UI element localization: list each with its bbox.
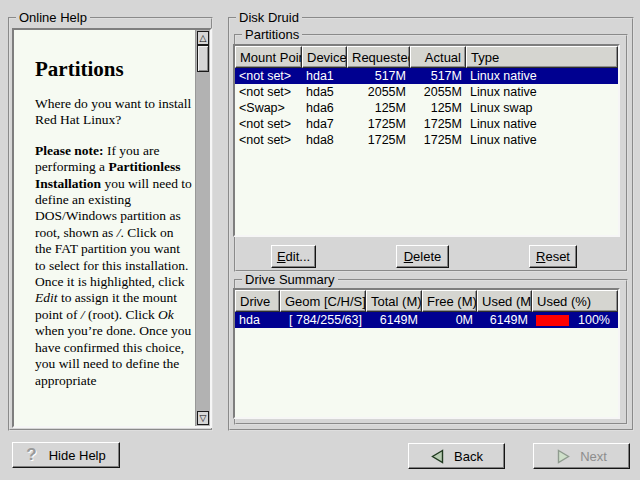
requested-cell: 125M bbox=[347, 101, 410, 115]
edit-button-label: Edit... bbox=[277, 249, 310, 264]
requested-cell: 1725M bbox=[347, 117, 410, 131]
total-cell: 6149M bbox=[366, 313, 422, 327]
requested-cell: 517M bbox=[347, 69, 410, 83]
column-header-geom[interactable]: Geom [C/H/S] bbox=[280, 290, 366, 312]
column-header-free[interactable]: Free (M) bbox=[422, 290, 477, 312]
help-scrollbar[interactable]: △ ▽ bbox=[195, 30, 210, 426]
scroll-up-icon[interactable]: △ bbox=[197, 31, 209, 45]
online-help-frame: Online Help Partitions Where do you want… bbox=[8, 17, 213, 431]
next-arrow-icon bbox=[556, 449, 571, 464]
partitions-frame-label: Partitions bbox=[242, 27, 302, 42]
back-button-label: Back bbox=[454, 449, 483, 464]
delete-button-label: Delete bbox=[404, 249, 442, 264]
mount-point-cell: <not set> bbox=[235, 117, 302, 131]
help-intro: Where do you want to install Red Hat Lin… bbox=[35, 96, 192, 129]
next-button[interactable]: Next bbox=[533, 443, 630, 469]
column-header-mount-point[interactable]: Mount Point bbox=[235, 46, 302, 68]
type-cell: Linux native bbox=[466, 133, 618, 147]
scroll-down-icon[interactable]: ▽ bbox=[197, 411, 209, 425]
delete-button[interactable]: Delete bbox=[396, 245, 449, 268]
help-note-segment: (root). Click bbox=[85, 307, 159, 322]
drive-summary-table-body: hda [ 784/255/63] 6149M 0M 6149M 100% bbox=[235, 312, 618, 417]
type-cell: Linux native bbox=[466, 117, 618, 131]
disk-druid-frame-label: Disk Druid bbox=[236, 10, 302, 25]
partition-row[interactable]: <Swap> hda6 125M 125M Linux swap bbox=[235, 100, 618, 116]
actual-cell: 2055M bbox=[410, 85, 466, 99]
installer-window: { "colors": { "background": "#d6d6d6", "… bbox=[0, 0, 640, 480]
device-cell: hda5 bbox=[302, 85, 347, 99]
help-note-segment: Edit bbox=[35, 290, 58, 305]
hide-help-button-label: Hide Help bbox=[49, 448, 106, 463]
mount-point-cell: <Swap> bbox=[235, 101, 302, 115]
hide-help-button[interactable]: ? Hide Help bbox=[12, 442, 120, 468]
actual-cell: 1725M bbox=[410, 133, 466, 147]
mount-point-cell: <not set> bbox=[235, 85, 302, 99]
drive-row[interactable]: hda [ 784/255/63] 6149M 0M 6149M 100% bbox=[235, 312, 618, 328]
column-header-device[interactable]: Device bbox=[302, 46, 347, 68]
used-m-cell: 6149M bbox=[477, 313, 532, 327]
partition-row[interactable]: <not set> hda5 2055M 2055M Linux native bbox=[235, 84, 618, 100]
partition-row[interactable]: <not set> hda7 1725M 1725M Linux native bbox=[235, 116, 618, 132]
back-button[interactable]: Back bbox=[408, 443, 505, 469]
column-header-type[interactable]: Type bbox=[466, 46, 618, 68]
used-pct-cell: 100% bbox=[532, 313, 618, 327]
drive-summary-frame-label: Drive Summary bbox=[242, 272, 338, 287]
column-header-drive[interactable]: Drive bbox=[235, 290, 280, 312]
help-title: Partitions bbox=[35, 57, 192, 81]
help-note-segment: Please note: bbox=[35, 143, 104, 158]
mount-point-cell: <not set> bbox=[235, 133, 302, 147]
type-cell: Linux native bbox=[466, 69, 618, 83]
actual-cell: 517M bbox=[410, 69, 466, 83]
free-cell: 0M bbox=[422, 313, 477, 327]
edit-button[interactable]: Edit... bbox=[271, 245, 316, 268]
device-cell: hda1 bbox=[302, 69, 347, 83]
help-text-content: Partitions Where do you want to install … bbox=[14, 30, 195, 426]
drive-cell: hda bbox=[235, 313, 280, 327]
scrollbar-thumb[interactable] bbox=[197, 45, 209, 72]
help-text-panel: Partitions Where do you want to install … bbox=[12, 28, 212, 428]
drive-summary-frame: Drive Summary Drive Geom [C/H/S] Total (… bbox=[234, 279, 628, 425]
used-pct-label: 100% bbox=[578, 313, 610, 327]
help-note: Please note: If you are performing a Par… bbox=[35, 143, 192, 389]
column-header-used-m[interactable]: Used (M) bbox=[477, 290, 532, 312]
drive-summary-table-header: Drive Geom [C/H/S] Total (M) Free (M) Us… bbox=[235, 290, 618, 312]
type-cell: Linux native bbox=[466, 85, 618, 99]
mount-point-cell: <not set> bbox=[235, 69, 302, 83]
device-cell: hda6 bbox=[302, 101, 347, 115]
column-header-requested[interactable]: Requested bbox=[347, 46, 410, 68]
partition-row[interactable]: <not set> hda1 517M 517M Linux native bbox=[235, 68, 618, 84]
requested-cell: 2055M bbox=[347, 85, 410, 99]
device-cell: hda8 bbox=[302, 133, 347, 147]
reset-button-label: Reset bbox=[536, 249, 570, 264]
back-arrow-icon bbox=[430, 449, 445, 464]
requested-cell: 1725M bbox=[347, 133, 410, 147]
usage-bar bbox=[536, 315, 569, 326]
device-cell: hda7 bbox=[302, 117, 347, 131]
column-header-actual[interactable]: Actual bbox=[410, 46, 466, 68]
reset-button[interactable]: Reset bbox=[529, 245, 577, 268]
type-cell: Linux swap bbox=[466, 101, 618, 115]
partitions-table-body: <not set> hda1 517M 517M Linux native <n… bbox=[235, 68, 618, 235]
column-header-used-pct[interactable]: Used (%) bbox=[532, 290, 618, 312]
partitions-frame: Partitions Mount Point Device Requested … bbox=[234, 34, 628, 272]
disk-druid-frame: Disk Druid Partitions Mount Point Device… bbox=[228, 17, 634, 431]
partitions-table-header: Mount Point Device Requested Actual Type bbox=[235, 46, 618, 68]
actual-cell: 125M bbox=[410, 101, 466, 115]
drive-summary-table: Drive Geom [C/H/S] Total (M) Free (M) Us… bbox=[233, 288, 620, 419]
geom-cell: [ 784/255/63] bbox=[280, 313, 366, 327]
partitions-table: Mount Point Device Requested Actual Type… bbox=[233, 44, 620, 237]
help-note-segment: Ok bbox=[158, 307, 174, 322]
partition-row[interactable]: <not set> hda8 1725M 1725M Linux native bbox=[235, 132, 618, 148]
next-button-label: Next bbox=[580, 449, 607, 464]
actual-cell: 1725M bbox=[410, 117, 466, 131]
online-help-frame-label: Online Help bbox=[16, 10, 90, 25]
help-note-segment: when you’re done. Once you have confirme… bbox=[35, 323, 191, 387]
column-header-total[interactable]: Total (M) bbox=[366, 290, 422, 312]
help-question-icon: ? bbox=[26, 445, 36, 465]
